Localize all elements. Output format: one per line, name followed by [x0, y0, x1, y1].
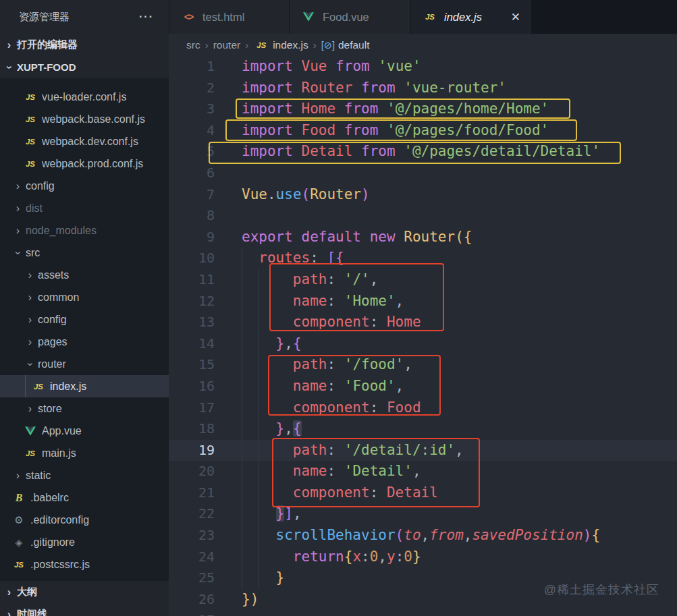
tree-item-static[interactable]: ›static	[0, 464, 169, 486]
tree-item-common[interactable]: ›common	[0, 286, 169, 308]
code-line-18[interactable]: 18 },{	[169, 418, 677, 440]
code-token	[293, 122, 302, 138]
tree-item-main.js[interactable]: JSmain.js	[0, 442, 169, 464]
code-token: import	[242, 58, 293, 74]
indent-guide	[242, 248, 242, 269]
code-token: 'vue-router'	[404, 80, 506, 96]
tree-item-src[interactable]: ›src	[0, 242, 169, 264]
tree-item-assets[interactable]: ›assets	[0, 264, 169, 286]
tree-item-config[interactable]: ›config	[0, 175, 169, 197]
code-line-13[interactable]: 13 component: Home	[169, 312, 677, 333]
code-line-14[interactable]: 14 },{	[169, 333, 677, 355]
code-token	[293, 101, 302, 117]
sidebar-section-时间线[interactable]: ›时间线	[0, 603, 169, 616]
line-number: 17	[169, 397, 215, 419]
code-line-24[interactable]: 24 return{x:0,y:0}	[169, 547, 677, 568]
code-line-9[interactable]: 9export default new Router({	[169, 227, 677, 248]
line-number: 7	[169, 184, 215, 206]
code-token	[396, 229, 404, 245]
code-line-1[interactable]: 1import Vue from 'vue'	[169, 56, 677, 78]
code-line-21[interactable]: 21 component: Detail	[169, 482, 677, 504]
code-token	[242, 442, 293, 458]
tree-item-index.js[interactable]: JSindex.js	[0, 375, 169, 397]
tab-label: Food.vue	[323, 11, 369, 24]
close-icon[interactable]: ✕	[511, 10, 520, 24]
tab-test.html[interactable]: <>test.html	[169, 0, 290, 34]
code-line-6[interactable]: 6	[169, 163, 677, 184]
tree-item-App.vue[interactable]: App.vue	[0, 420, 169, 442]
tree-item-vue-loader.conf.js[interactable]: JSvue-loader.conf.js	[0, 86, 169, 108]
sidebar-section-大纲[interactable]: ›大纲	[0, 581, 169, 603]
code-line-20[interactable]: 20 name: 'Detail',	[169, 461, 677, 482]
tree-item-webpack.base.conf.js[interactable]: JSwebpack.base.conf.js	[0, 108, 169, 130]
code-line-12[interactable]: 12 name: 'Home',	[169, 291, 677, 312]
tree-item-label: pages	[38, 336, 67, 348]
indent-guide	[242, 440, 242, 461]
tree-item-config[interactable]: ›config	[0, 308, 169, 331]
code-token: import	[242, 143, 293, 159]
tree-item-router[interactable]: ›router	[0, 353, 169, 375]
tree-item-webpack.prod.conf.js[interactable]: JSwebpack.prod.conf.js	[0, 152, 169, 175]
chevron-right-icon: ›	[26, 403, 34, 415]
tab-Food.vue[interactable]: Food.vue	[290, 0, 411, 34]
tree-item-webpack.dev.conf.js[interactable]: JSwebpack.dev.conf.js	[0, 130, 169, 152]
code-line-11[interactable]: 11 path: '/',	[169, 269, 677, 291]
tree-item-.babelrc[interactable]: B.babelrc	[0, 486, 169, 509]
tree-item-.postcssrc.js[interactable]: JS.postcssrc.js	[0, 553, 169, 576]
vue-icon	[300, 12, 317, 22]
sidebar-section-XUPT-FOOD[interactable]: ›XUPT-FOOD	[0, 56, 169, 78]
code-token: new	[370, 229, 396, 245]
code-token: '@/pages/detail/Detail'	[404, 143, 600, 159]
sidebar-section-打开的编辑器[interactable]: ›打开的编辑器	[0, 34, 169, 56]
tree-item-dist[interactable]: ›dist	[0, 197, 169, 219]
code-line-27[interactable]: 27	[169, 610, 677, 616]
partial-file-row[interactable]: y	[0, 78, 169, 86]
line-number: 10	[169, 248, 215, 269]
tree-item-.gitignore[interactable]: ◈.gitignore	[0, 531, 169, 553]
tree-item-.editorconfig[interactable]: ⚙.editorconfig	[0, 509, 169, 531]
code-token: path	[293, 271, 327, 287]
breadcrumb-item-index.js[interactable]: JSindex.js	[253, 39, 308, 51]
explorer-header: 资源管理器 ···	[0, 0, 169, 34]
code-line-22[interactable]: 22 }],	[169, 503, 677, 525]
code-token	[242, 399, 293, 416]
code-token: 'Home'	[344, 293, 396, 309]
code-line-3[interactable]: 3import Home from '@/pages/home/Home'	[169, 99, 677, 120]
indent-guide	[242, 376, 242, 397]
code-line-23[interactable]: 23 scrollBehavior(to,from,savedPosition)…	[169, 525, 677, 547]
breadcrumb-item-router[interactable]: router	[213, 39, 241, 51]
line-number: 12	[169, 291, 215, 312]
more-actions-icon[interactable]: ···	[139, 11, 154, 23]
code-token: [{	[327, 250, 344, 266]
tab-index.js[interactable]: JSindex.js✕	[411, 0, 532, 34]
code-line-7[interactable]: 7Vue.use(Router)	[169, 184, 677, 206]
babel-icon: B	[11, 492, 27, 504]
code-token: :	[310, 250, 327, 266]
code-line-19[interactable]: 19 path: '/detail/:id',	[169, 440, 677, 461]
code-line-2[interactable]: 2import Router from 'vue-router'	[169, 78, 677, 99]
breadcrumb-item-default[interactable]: [⊘]default	[321, 39, 370, 51]
line-number: 22	[169, 503, 215, 525]
code-line-17[interactable]: 17 component: Food	[169, 397, 677, 419]
tree-item-store[interactable]: ›store	[0, 397, 169, 420]
js-icon: JS	[22, 115, 38, 123]
code-line-5[interactable]: 5import Detail from '@/pages/detail/Deta…	[169, 141, 677, 163]
breadcrumb-item-src[interactable]: src	[186, 39, 200, 51]
symbol-icon: [⊘]	[321, 40, 335, 51]
line-number: 21	[169, 482, 215, 504]
code-line-10[interactable]: 10 routes: [{	[169, 248, 677, 269]
code-line-15[interactable]: 15 path: '/food',	[169, 354, 677, 376]
code-line-4[interactable]: 4import Food from '@/pages/food/Food'	[169, 120, 677, 142]
tab-label: test.html	[202, 11, 244, 24]
tree-item-node_modules[interactable]: ›node_modules	[0, 219, 169, 242]
tree-item-pages[interactable]: ›pages	[0, 331, 169, 353]
code-token	[242, 463, 293, 479]
indent-guide	[259, 397, 259, 419]
indent-guide	[259, 418, 259, 440]
code-line-8[interactable]: 8	[169, 205, 677, 227]
code-token: routes	[259, 250, 310, 266]
code-token: Detail	[302, 143, 353, 159]
code-token: ]	[284, 505, 293, 522]
code-line-16[interactable]: 16 name: 'Food',	[169, 376, 677, 397]
code-editor[interactable]: 1import Vue from 'vue'2import Router fro…	[169, 56, 677, 616]
